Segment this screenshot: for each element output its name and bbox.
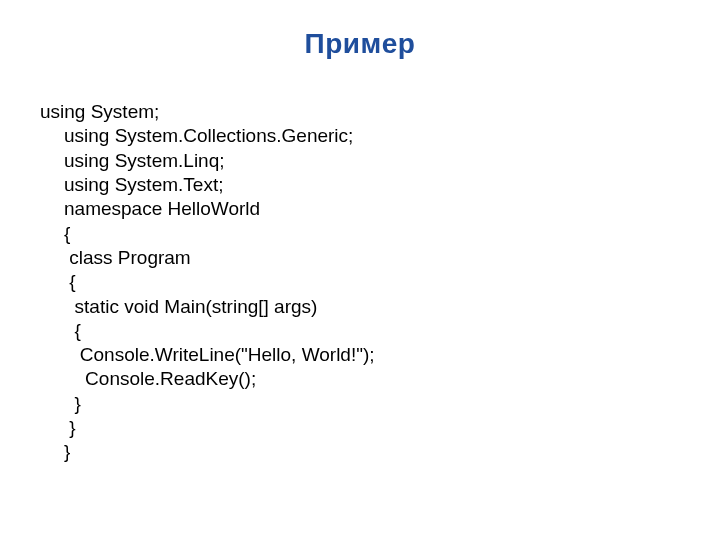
code-line: using System.Linq;	[40, 149, 720, 173]
code-line: }	[40, 440, 720, 464]
code-line: namespace HelloWorld	[40, 197, 720, 221]
code-example: using System; using System.Collections.G…	[0, 100, 720, 465]
code-line: static void Main(string[] args)	[40, 295, 720, 319]
code-line: {	[40, 319, 720, 343]
slide-title: Пример	[0, 0, 720, 100]
code-line: class Program	[40, 246, 720, 270]
code-line: Console.WriteLine("Hello, World!");	[40, 343, 720, 367]
code-line: Console.ReadKey();	[40, 367, 720, 391]
code-line: {	[40, 222, 720, 246]
code-line: }	[40, 416, 720, 440]
code-line: using System.Collections.Generic;	[40, 124, 720, 148]
code-line: using System.Text;	[40, 173, 720, 197]
code-line: }	[40, 392, 720, 416]
code-line: {	[40, 270, 720, 294]
code-line: using System;	[40, 100, 720, 124]
